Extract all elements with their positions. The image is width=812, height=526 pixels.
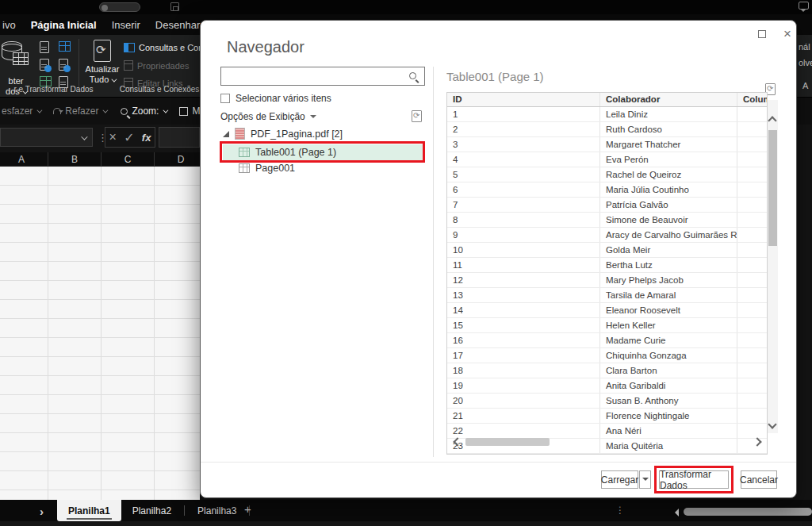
- search-input[interactable]: [221, 67, 424, 85]
- chevron-down-icon: [81, 133, 87, 140]
- sheet-tab-planilha3[interactable]: Planilha3: [186, 500, 247, 521]
- insert-function-icon[interactable]: fx: [142, 132, 151, 144]
- table-cell: 4: [447, 152, 600, 167]
- table-cell: 16: [447, 333, 600, 347]
- table-cell: [737, 394, 767, 408]
- chevron-down-icon: [112, 77, 117, 83]
- table-row: 7Patrícia Galvão: [447, 198, 767, 213]
- table-cell: [737, 288, 767, 302]
- table-cell: 7: [447, 198, 600, 212]
- hscroll-thumb[interactable]: [684, 508, 812, 516]
- checkbox-icon[interactable]: [220, 94, 230, 103]
- table-cell: 1: [447, 107, 600, 121]
- table-cell: 9: [447, 228, 600, 242]
- table-cell: [737, 228, 767, 242]
- comments-icon[interactable]: [799, 2, 809, 10]
- ribbon-tab[interactable]: Desenhar: [155, 19, 200, 31]
- formula-input[interactable]: [159, 127, 200, 148]
- autosave-toggle[interactable]: [99, 2, 140, 12]
- cancel-button[interactable]: Cancelar: [741, 470, 777, 489]
- table-cell: Rachel de Queiroz: [600, 167, 737, 182]
- tree-root-pdf[interactable]: PDF_1Pagina.pdf [2]: [223, 128, 343, 140]
- table-cell: [737, 122, 767, 136]
- group-divider: [79, 39, 79, 88]
- grip-icon: ⋮: [615, 505, 625, 516]
- table-cell: Susan B. Anthony: [600, 394, 737, 408]
- table-cell: Aracy de Carvalho Guimarães Rosa: [600, 228, 737, 242]
- close-button[interactable]: ×: [776, 25, 799, 43]
- tree-item-page001[interactable]: Page001: [239, 163, 295, 174]
- close-icon: ×: [783, 26, 791, 42]
- column-header[interactable]: D: [155, 152, 200, 167]
- table-cell: 3: [447, 137, 600, 152]
- column-header[interactable]: A: [0, 152, 48, 167]
- undo-button: esfazer: [2, 106, 40, 117]
- preview-column-header: ID: [447, 93, 600, 106]
- zoom-control[interactable]: Zoom:: [121, 106, 167, 117]
- confirm-entry-icon[interactable]: ✓: [124, 130, 134, 145]
- save-icon[interactable]: [170, 2, 179, 11]
- table-row: 1Leila Diniz: [447, 107, 767, 122]
- table-cell: [737, 303, 767, 317]
- table-grid-icon: [13, 52, 29, 65]
- table-cell: 13: [447, 288, 600, 302]
- table-cell: 17: [447, 348, 600, 363]
- worksheet-grid[interactable]: [0, 167, 200, 500]
- ribbon-tab[interactable]: Página Inicial: [31, 19, 97, 31]
- hscroll-thumb[interactable]: [465, 438, 550, 446]
- table-cell: 10: [447, 243, 600, 257]
- vscroll-thumb[interactable]: [768, 130, 777, 246]
- refresh-preview-icon[interactable]: [412, 110, 422, 122]
- load-dropdown-button[interactable]: [639, 470, 651, 489]
- cancel-entry-icon[interactable]: ×: [109, 130, 117, 144]
- select-multiple-row[interactable]: Selecionar vários itens: [220, 93, 331, 104]
- table-row: 17Chiquinha Gonzaga: [447, 348, 767, 363]
- table-cell: [737, 258, 767, 272]
- sheet-tab-planilha2[interactable]: Planilha2: [121, 500, 182, 521]
- get-data-icon[interactable]: bter dos: [2, 41, 33, 68]
- preview-column-header: Colaborador: [600, 93, 737, 106]
- dialog-title: Navegador: [227, 38, 304, 56]
- table-cell: [737, 273, 767, 287]
- table-cell: [737, 348, 767, 363]
- page-recent-icon[interactable]: [59, 59, 68, 71]
- tree-expander-icon[interactable]: [223, 131, 229, 137]
- properties-icon: [124, 60, 133, 71]
- search-icon: [409, 72, 416, 79]
- add-sheet-button[interactable]: +: [244, 502, 251, 516]
- table-cell: Florence Nightingale: [600, 409, 737, 423]
- column-header[interactable]: B: [48, 152, 102, 167]
- maximize-button[interactable]: [751, 25, 773, 43]
- sheet-nav-arrow[interactable]: ›: [40, 505, 44, 518]
- table-cell: [737, 198, 767, 212]
- display-options-label: Opções de Exibição: [220, 111, 305, 122]
- redo-button: Refazer: [53, 106, 106, 117]
- page-info-icon[interactable]: [40, 59, 49, 71]
- table-cell: Ruth Cardoso: [600, 122, 737, 136]
- table-cell: Patrícia Galvão: [600, 198, 737, 212]
- annotation-red-box-tree: [220, 141, 425, 163]
- group-label-queries: Consultas e Conexões: [119, 85, 200, 94]
- ribbon-tab[interactable]: Inserir: [112, 19, 140, 31]
- formula-controls: × ✓ fx: [105, 127, 155, 148]
- select-multiple-label: Selecionar vários itens: [236, 93, 331, 104]
- status-bar: [0, 521, 812, 526]
- refresh-all-button[interactable]: Atualizar Tudo: [84, 40, 121, 85]
- table-cell: [737, 152, 767, 167]
- name-box[interactable]: [0, 128, 93, 147]
- table-cell: [737, 439, 767, 453]
- table-properties-icon[interactable]: [59, 41, 71, 52]
- search-box: [220, 67, 425, 86]
- display-options-dropdown[interactable]: Opções de Exibição: [220, 111, 316, 122]
- table-cell: [737, 243, 767, 257]
- preview-title: Table001 (Page 1): [446, 70, 544, 83]
- load-button[interactable]: Carregar: [601, 470, 638, 489]
- ribbon-tab[interactable]: ivo: [2, 19, 16, 31]
- table-cell: 11: [447, 258, 600, 272]
- hscroll-left-icon[interactable]: [671, 509, 679, 516]
- sheet-tab-planilha1[interactable]: Planilha1: [57, 500, 121, 521]
- table-cell: 22: [447, 424, 600, 438]
- table-cell: Ana Néri: [600, 424, 737, 438]
- column-header[interactable]: C: [102, 152, 155, 167]
- page-icon[interactable]: [40, 41, 49, 53]
